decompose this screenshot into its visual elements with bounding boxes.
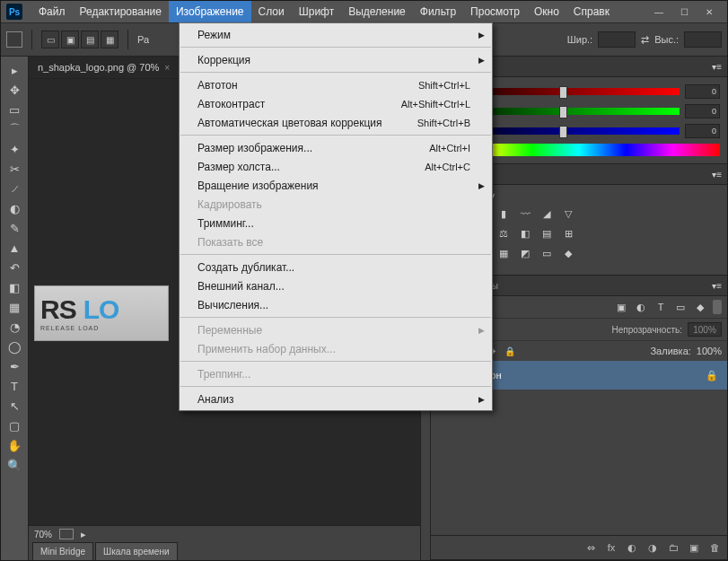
eyedropper-tool[interactable]: ⟋ [4, 179, 25, 198]
shape-tool[interactable]: ▢ [4, 416, 25, 435]
red-value[interactable]: 0 [685, 84, 720, 99]
selective-color-icon[interactable]: ◆ [560, 246, 576, 260]
panel-menu-icon[interactable]: ▾≡ [706, 164, 727, 184]
bw-icon[interactable]: ◧ [517, 226, 533, 241]
marquee-add-icon[interactable]: ▣ [61, 31, 79, 48]
panel-menu-icon[interactable]: ▾≡ [706, 57, 727, 76]
menu-option[interactable]: Вычисления... [180, 295, 492, 314]
window-close[interactable]: ✕ [697, 3, 722, 21]
dodge-tool[interactable]: ◯ [4, 337, 25, 356]
collapse-icon[interactable]: ▸ [4, 60, 25, 80]
pen-tool[interactable]: ✒ [4, 356, 25, 376]
menu-option: Применить набор данных... [180, 339, 492, 358]
menu-окно[interactable]: Окно [527, 1, 566, 22]
exposure-icon[interactable]: ◢ [539, 206, 555, 221]
move-tool[interactable]: ✥ [4, 80, 25, 100]
width-input[interactable] [598, 31, 636, 48]
close-tab-icon[interactable]: × [164, 63, 170, 73]
brush-tool[interactable]: ✎ [4, 218, 25, 238]
menu-option[interactable]: Коррекция▶ [180, 50, 492, 69]
path-select-tool[interactable]: ↖ [4, 396, 25, 416]
zoom-value[interactable]: 70% [34, 530, 52, 539]
green-value[interactable]: 0 [685, 104, 720, 118]
menu-изображение[interactable]: Изображение [169, 1, 251, 22]
menu-выделение[interactable]: Выделение [341, 1, 413, 22]
window-maximize[interactable]: ☐ [671, 3, 697, 21]
menu-просмотр[interactable]: Просмотр [463, 1, 527, 22]
menu-option[interactable]: АвтотонShift+Ctrl+L [180, 75, 492, 94]
menu-option[interactable]: Создать дубликат... [180, 258, 492, 276]
new-layer-icon[interactable]: ▣ [687, 540, 701, 555]
menu-файл[interactable]: Файл [31, 1, 73, 22]
menu-option: Треппинг... [180, 364, 492, 383]
bottom-tab[interactable]: Шкала времени [95, 542, 177, 560]
menu-option[interactable]: Размер изображения...Alt+Ctrl+I [180, 138, 492, 157]
marquee-sub-icon[interactable]: ▤ [81, 31, 99, 48]
menu-option[interactable]: Внешний канал... [180, 276, 492, 295]
filter-image-icon[interactable]: ▣ [614, 300, 628, 314]
threshold-icon[interactable]: ◩ [517, 246, 533, 260]
bottom-tab[interactable]: Mini Bridge [32, 542, 93, 560]
swap-wh-icon[interactable]: ⇄ [641, 34, 649, 46]
zoom-tool[interactable]: 🔍 [4, 455, 25, 475]
opacity-value[interactable]: 100% [688, 322, 722, 337]
menu-слои[interactable]: Слои [251, 1, 292, 22]
new-group-icon[interactable]: 🗀 [666, 540, 680, 555]
menu-шрифт[interactable]: Шрифт [292, 1, 341, 22]
magic-wand-tool[interactable]: ✦ [4, 139, 25, 159]
delete-layer-icon[interactable]: 🗑 [707, 540, 722, 555]
window-minimize[interactable]: — [646, 3, 671, 21]
menu-справк[interactable]: Справк [566, 1, 617, 22]
eraser-tool[interactable]: ◧ [4, 277, 25, 297]
layers-footer: ⇔ fx ◐ ◑ 🗀 ▣ 🗑 [431, 535, 727, 559]
marquee-intersect-icon[interactable]: ▦ [101, 31, 118, 48]
marquee-tool[interactable]: ▭ [4, 100, 25, 119]
blue-value[interactable]: 0 [685, 124, 720, 138]
blur-tool[interactable]: ◔ [4, 317, 25, 337]
menu-option[interactable]: Автоматическая цветовая коррекцияShift+C… [180, 113, 492, 132]
layer-fx-icon[interactable]: fx [604, 540, 618, 555]
clone-stamp-tool[interactable]: ▲ [4, 238, 25, 258]
panel-menu-icon[interactable]: ▾≡ [706, 276, 727, 295]
filter-toggle-icon[interactable] [713, 300, 722, 314]
document-tab[interactable]: n_shapka_logo.png @ 70% × [29, 57, 180, 78]
menu-фильтр[interactable]: Фильтр [413, 1, 463, 22]
curves-icon[interactable]: 〰 [517, 206, 533, 221]
history-brush-tool[interactable]: ↶ [4, 258, 25, 277]
crop-tool[interactable]: ✂ [4, 159, 25, 179]
filter-shape-icon[interactable]: ▭ [673, 300, 688, 314]
gradient-tool[interactable]: ▦ [4, 297, 25, 317]
posterize-icon[interactable]: ▦ [496, 246, 512, 260]
menu-редактирование[interactable]: Редактирование [73, 1, 169, 22]
filter-smart-icon[interactable]: ◆ [693, 300, 707, 314]
fill-value[interactable]: 100% [697, 346, 722, 356]
lasso-tool[interactable]: ⌒ [4, 119, 25, 139]
hand-tool[interactable]: ✋ [4, 435, 25, 455]
gradient-map-icon[interactable]: ▭ [539, 246, 555, 260]
fill-label: Заливка: [650, 346, 690, 356]
filter-type-icon[interactable]: T [653, 300, 668, 314]
menu-option[interactable]: Вращение изображения▶ [180, 176, 492, 195]
menu-option[interactable]: Тримминг... [180, 214, 492, 232]
marquee-rect-icon[interactable]: ▭ [41, 31, 59, 48]
balance-icon[interactable]: ⚖ [496, 226, 512, 241]
tool-preset-icon[interactable] [6, 31, 22, 48]
type-tool[interactable]: T [4, 376, 25, 396]
filter-adjust-icon[interactable]: ◐ [634, 300, 648, 314]
status-arrow-icon[interactable]: ▸ [81, 529, 86, 540]
link-layers-icon[interactable]: ⇔ [583, 540, 598, 555]
menu-option[interactable]: Анализ▶ [180, 390, 492, 408]
new-adjustment-icon[interactable]: ◑ [645, 540, 660, 555]
menu-option[interactable]: Режим▶ [180, 25, 492, 44]
photo-filter-icon[interactable]: ▤ [539, 226, 555, 241]
levels-icon[interactable]: ▮ [496, 206, 512, 221]
lock-all-icon[interactable]: 🔒 [504, 345, 516, 357]
menu-option[interactable]: АвтоконтрастAlt+Shift+Ctrl+L [180, 94, 492, 113]
menu-option[interactable]: Размер холста...Alt+Ctrl+C [180, 157, 492, 176]
vibrance-icon[interactable]: ▽ [560, 206, 576, 221]
height-input[interactable] [684, 31, 722, 48]
layer-mask-icon[interactable]: ◐ [625, 540, 639, 555]
healing-brush-tool[interactable]: ◐ [4, 198, 25, 218]
channel-mixer-icon[interactable]: ⊞ [560, 226, 576, 241]
film-icon[interactable] [59, 529, 74, 539]
